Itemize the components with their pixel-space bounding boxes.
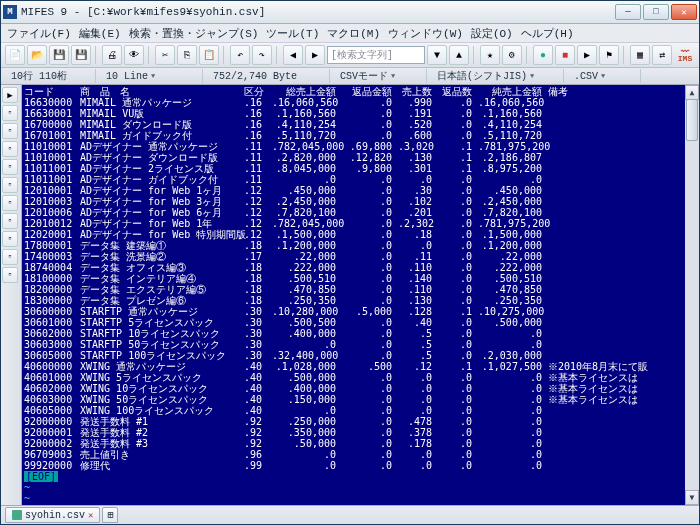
- minimize-button[interactable]: ─: [615, 4, 641, 20]
- file-tab-label: syohin.csv: [25, 510, 85, 521]
- save-button[interactable]: 💾: [49, 45, 69, 65]
- status-bytes: 752/2,740 Byte: [207, 69, 330, 83]
- saveall-button[interactable]: 💾: [71, 45, 91, 65]
- search-up-button[interactable]: ▲: [449, 45, 469, 65]
- grep-button[interactable]: ⚙: [502, 45, 522, 65]
- status-row: 10行 110桁 10 Line▼ 752/2,740 Byte CSVモード▼…: [1, 68, 699, 85]
- vt-tree-icon[interactable]: ▫: [2, 213, 18, 229]
- next-button[interactable]: ▶: [305, 45, 325, 65]
- vt-new-icon[interactable]: ▫: [2, 105, 18, 121]
- vt-play-icon[interactable]: ▶: [2, 87, 18, 103]
- vertical-scrollbar[interactable]: ▲ ▼: [685, 85, 699, 505]
- menu-search[interactable]: 検索・置換・ジャンプ(S): [129, 26, 259, 41]
- prev-button[interactable]: ◀: [283, 45, 303, 65]
- vt-doc-icon[interactable]: ▫: [2, 177, 18, 193]
- play-button[interactable]: ▶: [577, 45, 597, 65]
- status-ext[interactable]: .CSV▼: [568, 69, 641, 83]
- left-toolbar: ▶ ▫ ▫ ▫ ▫ ▫ ▫ ▫ ▫ ▫ ▫: [1, 85, 22, 505]
- tab-list-button[interactable]: ⊞: [102, 507, 118, 523]
- stop-button[interactable]: ■: [555, 45, 575, 65]
- vt-page-icon[interactable]: ▫: [2, 195, 18, 211]
- app-window: M MIFES 9 - [C:¥work¥mifes9¥syohin.csv] …: [0, 0, 700, 525]
- window-buttons: ─ □ ✕: [615, 4, 697, 20]
- editor-area[interactable]: コード商 品 名区分総売上金額返品金額売上数返品数純売上金額備考16630000…: [22, 85, 699, 505]
- toolbar: 📄 📂 💾 💾 🖨 👁 ✂ ⎘ 📋 ↶ ↷ ◀ ▶ [検索文字列] ▼ ▲ ★ …: [1, 43, 699, 68]
- redo-button[interactable]: ↷: [252, 45, 272, 65]
- vt-folder-icon[interactable]: ▫: [2, 141, 18, 157]
- tab-bar: syohin.csv ✕ ⊞: [1, 505, 699, 524]
- maximize-button[interactable]: □: [643, 4, 669, 20]
- app-icon: M: [3, 5, 17, 19]
- copy-button[interactable]: ⎘: [177, 45, 197, 65]
- status-line[interactable]: 10 Line▼: [100, 69, 203, 83]
- menu-window[interactable]: ウィンドウ(W): [388, 26, 463, 41]
- cut-button[interactable]: ✂: [155, 45, 175, 65]
- status-enc[interactable]: 日本語(シフトJIS)▼: [431, 69, 564, 83]
- preview-button[interactable]: 👁: [124, 45, 144, 65]
- split-button[interactable]: ▦: [630, 45, 650, 65]
- status-mode[interactable]: CSVモード▼: [334, 69, 427, 83]
- menubar: ファイル(F) 編集(E) 検索・置換・ジャンプ(S) ツール(T) マクロ(M…: [1, 24, 699, 43]
- print-button[interactable]: 🖨: [102, 45, 122, 65]
- status-pos: 10行 110桁: [5, 69, 96, 83]
- macro-button[interactable]: ⚑: [599, 45, 619, 65]
- vt-disk-icon[interactable]: ▫: [2, 159, 18, 175]
- vt-tile-icon[interactable]: ▫: [2, 231, 18, 247]
- scroll-thumb[interactable]: [686, 99, 698, 141]
- new-button[interactable]: 📄: [5, 45, 25, 65]
- close-button[interactable]: ✕: [671, 4, 697, 20]
- open-button[interactable]: 📂: [27, 45, 47, 65]
- menu-file[interactable]: ファイル(F): [7, 26, 71, 41]
- ims-button[interactable]: 〰IMS: [675, 46, 695, 64]
- vt-open-icon[interactable]: ▫: [2, 123, 18, 139]
- compare-button[interactable]: ⇄: [652, 45, 672, 65]
- work-area: ▶ ▫ ▫ ▫ ▫ ▫ ▫ ▫ ▫ ▫ ▫ コード商 品 名区分総売上金額返品金…: [1, 85, 699, 505]
- paste-button[interactable]: 📋: [199, 45, 219, 65]
- menu-macro[interactable]: マクロ(M): [327, 26, 380, 41]
- bookmark-button[interactable]: ★: [480, 45, 500, 65]
- menu-tools[interactable]: ツール(T): [266, 26, 319, 41]
- menu-edit[interactable]: 編集(E): [79, 26, 121, 41]
- scroll-down-button[interactable]: ▼: [685, 490, 699, 505]
- file-tab[interactable]: syohin.csv ✕: [5, 507, 100, 523]
- file-tab-icon: [12, 510, 22, 520]
- vt-lock-icon[interactable]: ▫: [2, 267, 18, 283]
- scroll-up-button[interactable]: ▲: [685, 85, 699, 100]
- tab-close-icon[interactable]: ✕: [88, 510, 93, 521]
- search-input[interactable]: [検索文字列]: [327, 46, 425, 64]
- search-down-button[interactable]: ▼: [427, 45, 447, 65]
- menu-settings[interactable]: 設定(O): [471, 26, 513, 41]
- window-title: MIFES 9 - [C:¥work¥mifes9¥syohin.csv]: [21, 6, 615, 18]
- titlebar: M MIFES 9 - [C:¥work¥mifes9¥syohin.csv] …: [1, 1, 699, 24]
- undo-button[interactable]: ↶: [230, 45, 250, 65]
- rec-button[interactable]: ●: [533, 45, 553, 65]
- vt-tag-icon[interactable]: ▫: [2, 249, 18, 265]
- menu-help[interactable]: ヘルプ(H): [521, 26, 574, 41]
